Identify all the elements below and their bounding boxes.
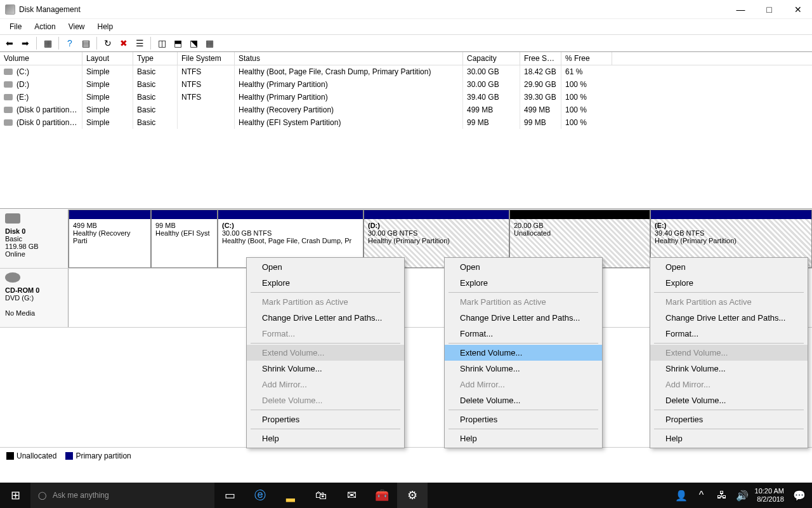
search-placeholder: Ask me anything xyxy=(53,491,109,500)
window-title: Disk Management xyxy=(19,5,81,14)
ctx-change-letter[interactable]: Change Drive Letter and Paths... xyxy=(247,310,404,326)
ctx-open[interactable]: Open xyxy=(445,259,602,275)
col-volume[interactable]: Volume xyxy=(0,52,82,65)
col-pctfree[interactable]: % Free xyxy=(561,52,612,65)
ctx-shrink-volume[interactable]: Shrink Volume... xyxy=(445,361,602,377)
file-explorer-icon[interactable]: ▂ xyxy=(275,483,306,508)
ctx-add-mirror: Add Mirror... xyxy=(247,377,404,392)
title-bar: Disk Management — □ ✕ xyxy=(0,0,812,19)
ctx-open[interactable]: Open xyxy=(247,259,404,275)
edge-icon[interactable]: ⓔ xyxy=(245,483,275,508)
ctx-shrink-volume[interactable]: Shrink Volume... xyxy=(650,361,808,377)
extend-icon[interactable]: ⬔ xyxy=(187,36,200,50)
start-button[interactable]: ⊞ xyxy=(0,483,30,508)
help-icon[interactable]: ? xyxy=(63,36,77,50)
chevron-up-icon[interactable]: ^ xyxy=(694,488,709,503)
ctx-change-letter[interactable]: Change Drive Letter and Paths... xyxy=(445,310,602,326)
ctx-format[interactable]: Format... xyxy=(650,326,808,342)
partition-efi[interactable]: 99 MB Healthy (EFI Syst xyxy=(151,210,218,268)
ctx-explore[interactable]: Explore xyxy=(445,275,602,291)
view-icon[interactable]: ▤ xyxy=(79,36,93,50)
volume-row[interactable]: (Disk 0 partition 1) Simple Basic Health… xyxy=(0,104,812,116)
action-center-icon[interactable]: 💬 xyxy=(792,488,807,503)
volume-name: (E:) xyxy=(16,93,29,102)
ctx-mark-active: Mark Partition as Active xyxy=(247,294,404,310)
ctx-format[interactable]: Format... xyxy=(445,326,602,342)
clock[interactable]: 10:20 AM 8/2/2018 xyxy=(755,487,787,504)
partition-recovery[interactable]: 499 MB Healthy (Recovery Parti xyxy=(69,210,151,268)
ctx-extend-volume: Extend Volume... xyxy=(650,345,808,361)
ctx-extend-volume[interactable]: Extend Volume... xyxy=(445,345,602,361)
ctx-change-letter[interactable]: Change Drive Letter and Paths... xyxy=(650,310,808,326)
app-icon xyxy=(5,4,15,15)
forward-icon[interactable]: ➡ xyxy=(18,36,32,50)
app-icon-1[interactable]: 🧰 xyxy=(367,483,397,508)
col-filesystem[interactable]: File System xyxy=(178,52,235,65)
volume-icon[interactable]: 🔊 xyxy=(735,488,750,503)
column-headers[interactable]: Volume Layout Type File System Status Ca… xyxy=(0,52,812,65)
ctx-help[interactable]: Help xyxy=(247,431,404,446)
drive-icon xyxy=(4,94,13,100)
app-icon-2[interactable]: ⚙ xyxy=(397,483,428,508)
ctx-add-mirror: Add Mirror... xyxy=(445,377,602,392)
delete-icon[interactable]: ✖ xyxy=(117,36,131,50)
volume-row[interactable]: (D:) Simple Basic NTFS Healthy (Primary … xyxy=(0,78,812,91)
ctx-properties[interactable]: Properties xyxy=(650,411,808,427)
ctx-shrink-volume[interactable]: Shrink Volume... xyxy=(247,361,404,377)
col-freespace[interactable]: Free Spa... xyxy=(520,52,561,65)
ctx-explore[interactable]: Explore xyxy=(247,275,404,291)
legend-primary-swatch xyxy=(65,452,73,460)
volume-list[interactable]: Volume Layout Type File System Status Ca… xyxy=(0,52,812,209)
volume-name: (C:) xyxy=(16,67,29,76)
cdrom-label[interactable]: CD-ROM 0 DVD (G:) No Media xyxy=(0,269,69,327)
format-icon[interactable]: ⬒ xyxy=(171,36,185,50)
col-type[interactable]: Type xyxy=(133,52,178,65)
ctx-help[interactable]: Help xyxy=(445,431,602,446)
task-view-icon[interactable]: ▭ xyxy=(214,483,245,508)
volume-name: (Disk 0 partition 1) xyxy=(16,105,78,114)
drive-icon xyxy=(4,81,13,88)
back-icon[interactable]: ⬅ xyxy=(3,36,16,50)
properties-icon[interactable]: ☰ xyxy=(133,36,147,50)
volume-row[interactable]: (C:) Simple Basic NTFS Healthy (Boot, Pa… xyxy=(0,65,812,78)
ctx-mark-active: Mark Partition as Active xyxy=(445,294,602,310)
close-button[interactable]: ✕ xyxy=(783,0,812,19)
network-icon[interactable]: 🖧 xyxy=(714,488,730,503)
ctx-add-mirror: Add Mirror... xyxy=(650,377,808,392)
ctx-properties[interactable]: Properties xyxy=(247,411,404,427)
context-menu-e: Open Explore Mark Partition as Active Ch… xyxy=(650,257,808,448)
col-status[interactable]: Status xyxy=(235,52,463,65)
ctx-delete-volume[interactable]: Delete Volume... xyxy=(445,392,602,408)
volume-row[interactable]: (E:) Simple Basic NTFS Healthy (Primary … xyxy=(0,91,812,104)
people-icon[interactable]: 👤 xyxy=(674,488,689,503)
menu-view[interactable]: View xyxy=(63,21,91,32)
volume-row[interactable]: (Disk 0 partition 2) Simple Basic Health… xyxy=(0,116,812,129)
ctx-format: Format... xyxy=(247,326,404,342)
toolbar: ⬅ ➡ ▦ ? ▤ ↻ ✖ ☰ ◫ ⬒ ⬔ ▦ xyxy=(0,34,812,52)
ctx-help[interactable]: Help xyxy=(650,431,808,446)
ctx-extend-volume: Extend Volume... xyxy=(247,345,404,361)
volume-name: (D:) xyxy=(16,80,29,89)
menu-file[interactable]: File xyxy=(4,21,27,32)
maximize-button[interactable]: □ xyxy=(755,0,783,19)
disk-label[interactable]: Disk 0 Basic 119.98 GB Online xyxy=(0,210,69,268)
col-capacity[interactable]: Capacity xyxy=(463,52,520,65)
ctx-open[interactable]: Open xyxy=(650,259,808,275)
taskbar-search[interactable]: ◯ Ask me anything xyxy=(30,483,214,508)
mail-icon[interactable]: ✉ xyxy=(336,483,367,508)
new-volume-icon[interactable]: ◫ xyxy=(155,36,169,50)
context-menu-d: Open Explore Mark Partition as Active Ch… xyxy=(444,257,603,448)
menu-action[interactable]: Action xyxy=(29,21,61,32)
minimize-button[interactable]: — xyxy=(726,0,755,19)
list-icon[interactable]: ▦ xyxy=(202,36,216,50)
volume-name: (Disk 0 partition 2) xyxy=(16,118,78,127)
ctx-properties[interactable]: Properties xyxy=(445,411,602,427)
store-icon[interactable]: 🛍 xyxy=(306,483,336,508)
refresh-icon[interactable]: ↻ xyxy=(101,36,115,50)
drive-icon xyxy=(4,119,13,126)
ctx-delete-volume[interactable]: Delete Volume... xyxy=(650,392,808,408)
panel-icon[interactable]: ▦ xyxy=(41,36,55,50)
ctx-explore[interactable]: Explore xyxy=(650,275,808,291)
menu-help[interactable]: Help xyxy=(92,21,119,32)
col-layout[interactable]: Layout xyxy=(82,52,133,65)
